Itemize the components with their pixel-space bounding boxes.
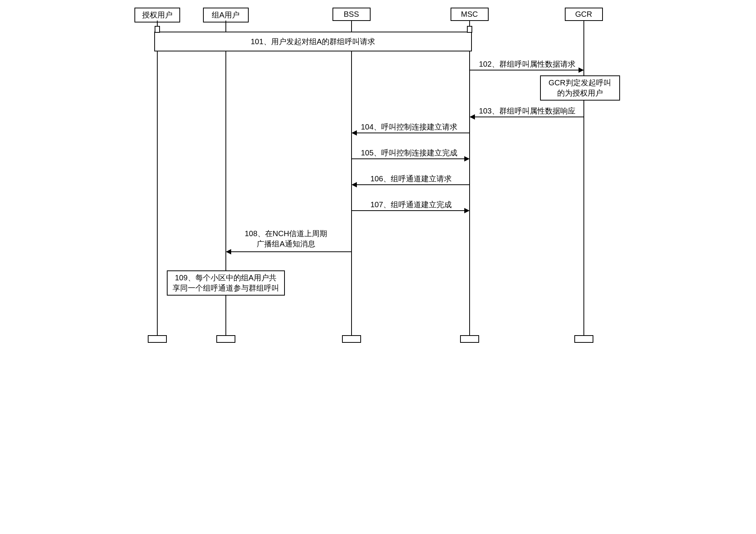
term-bss	[342, 335, 361, 343]
lifeline-bss	[351, 21, 352, 335]
term-group-a-user	[216, 335, 235, 343]
step-101-label: 101、用户发起对组A的群组呼叫请求	[251, 37, 375, 47]
actor-msc: MSC	[451, 8, 489, 21]
step-102-arrowhead	[579, 67, 584, 73]
gcr-note-l2: 的为授权用户	[543, 88, 617, 98]
step-109-box: 109、每个小区中的组A用户共 享同一个组呼通道参与群组呼叫	[167, 270, 285, 296]
gcr-note-box: GCR判定发起呼叫 的为授权用户	[540, 75, 620, 101]
sequence-diagram: 授权用户 组A用户 BSS MSC GCR 101、用户发起对组A的群组呼叫请求…	[134, 8, 622, 350]
activation-msc-top	[467, 26, 472, 33]
step-106-label: 106、组呼通道建立请求	[371, 174, 452, 184]
step-109-l1: 109、每个小区中的组A用户共	[170, 273, 282, 283]
step-108-label: 108、在NCH信道上周期 广播组A通知消息	[245, 229, 328, 249]
step-103-label: 103、群组呼叫属性数据响应	[479, 106, 575, 116]
actor-gcr: GCR	[565, 8, 603, 21]
step-103-arrow	[475, 117, 584, 117]
lifeline-auth-user	[157, 21, 158, 335]
step-108-arrow	[231, 251, 352, 252]
step-107-label: 107、组呼通道建立完成	[371, 200, 452, 210]
step-103-arrowhead	[470, 114, 475, 120]
step-107-arrowhead	[464, 208, 470, 213]
step-106-arrow	[357, 184, 470, 185]
term-msc	[460, 335, 479, 343]
step-108-arrowhead	[226, 249, 231, 254]
step-104-label: 104、呼叫控制连接建立请求	[361, 122, 457, 132]
step-101-box: 101、用户发起对组A的群组呼叫请求	[154, 32, 472, 51]
term-auth-user	[148, 335, 167, 343]
step-108-l1: 108、在NCH信道上周期	[245, 229, 328, 239]
step-104-arrow	[357, 133, 470, 133]
step-106-arrowhead	[352, 182, 357, 187]
step-105-arrow	[352, 158, 464, 159]
gcr-note-l1: GCR判定发起呼叫	[543, 78, 617, 88]
term-gcr	[574, 335, 593, 343]
step-105-label: 105、呼叫控制连接建立完成	[361, 148, 457, 158]
actor-bss: BSS	[332, 8, 371, 21]
step-105-arrowhead	[464, 156, 470, 161]
lifeline-msc	[469, 21, 470, 335]
step-109-l2: 享同一个组呼通道参与群组呼叫	[170, 283, 282, 293]
step-104-arrowhead	[352, 130, 357, 136]
step-102-label: 102、群组呼叫属性数据请求	[479, 59, 575, 69]
step-102-arrow	[470, 70, 579, 70]
step-107-arrow	[352, 210, 464, 211]
step-108-l2: 广播组A通知消息	[245, 239, 328, 249]
activation-auth-top	[155, 26, 160, 33]
